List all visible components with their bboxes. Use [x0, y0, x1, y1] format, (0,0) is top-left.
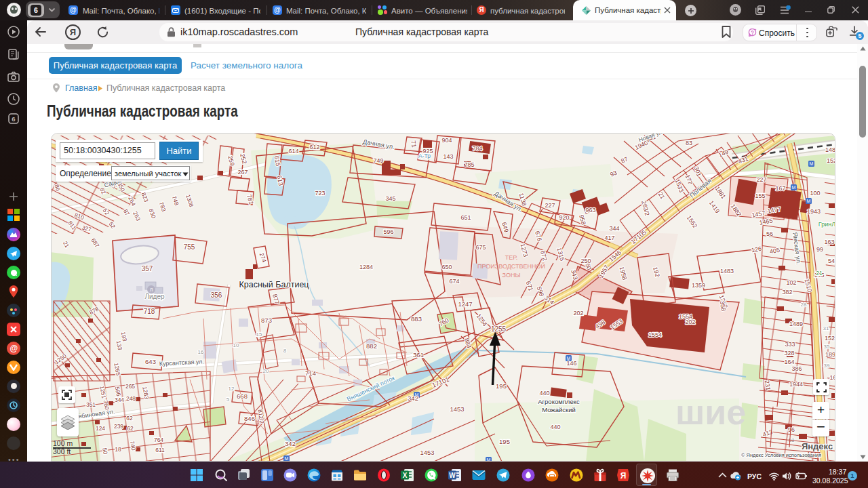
svg-text:764: 764 — [154, 436, 163, 443]
svg-text:1483: 1483 — [720, 268, 734, 274]
svg-text:1247: 1247 — [458, 300, 472, 308]
svg-text:W: W — [449, 472, 456, 479]
svg-text:361: 361 — [413, 351, 424, 359]
svg-text:83: 83 — [686, 140, 692, 146]
svg-text:351: 351 — [86, 401, 96, 408]
svg-text:6: 6 — [12, 115, 15, 123]
svg-text:1359: 1359 — [692, 282, 705, 289]
svg-text:102: 102 — [786, 279, 796, 286]
svg-text:1898: 1898 — [825, 351, 835, 358]
svg-text:440: 440 — [550, 424, 560, 430]
svg-text:668: 668 — [237, 392, 248, 400]
svg-text:164: 164 — [784, 359, 794, 365]
svg-text:50: 50 — [101, 447, 109, 455]
svg-text:Л: Л — [150, 287, 153, 292]
svg-text:5: 5 — [226, 396, 230, 403]
svg-text:Лидер: Лидер — [144, 293, 165, 300]
svg-text:611: 611 — [155, 447, 165, 453]
svg-text:1554: 1554 — [648, 331, 662, 338]
svg-text:15: 15 — [256, 331, 262, 338]
svg-text:345: 345 — [385, 195, 395, 202]
svg-text:96: 96 — [788, 426, 795, 433]
svg-text:100: 100 — [810, 190, 820, 197]
svg-text:265: 265 — [125, 383, 135, 390]
svg-text:356: 356 — [211, 291, 222, 299]
svg-text:614: 614 — [288, 148, 298, 155]
svg-text:M: M — [285, 456, 289, 461]
svg-text:227: 227 — [545, 202, 555, 209]
svg-text:1453: 1453 — [420, 449, 434, 456]
svg-text:651: 651 — [460, 214, 471, 221]
svg-text:714: 714 — [305, 369, 316, 377]
svg-text:1944: 1944 — [789, 381, 803, 388]
svg-text:62: 62 — [126, 415, 133, 422]
svg-text:99: 99 — [816, 246, 823, 253]
svg-text:846: 846 — [244, 415, 255, 422]
svg-text:596: 596 — [383, 228, 393, 235]
svg-text:674: 674 — [449, 278, 459, 285]
svg-text:143: 143 — [443, 153, 453, 160]
svg-text:124: 124 — [96, 425, 105, 432]
svg-text:239: 239 — [114, 423, 123, 430]
svg-text:M: M — [810, 161, 814, 166]
svg-text:28: 28 — [801, 302, 807, 308]
svg-text:873: 873 — [261, 317, 272, 324]
svg-text:250: 250 — [580, 258, 591, 264]
svg-text:333: 333 — [785, 341, 795, 348]
svg-text:1284: 1284 — [359, 264, 373, 270]
svg-text:54: 54 — [828, 258, 835, 264]
svg-text:417: 417 — [604, 235, 614, 241]
svg-text:382: 382 — [782, 289, 792, 296]
svg-text:344: 344 — [115, 396, 124, 403]
svg-text:749: 749 — [373, 157, 383, 164]
svg-text:71: 71 — [410, 140, 418, 148]
svg-text:© Яндекс Условия использовани: © Яндекс Условия использования — [741, 452, 821, 458]
svg-text:1489: 1489 — [789, 321, 803, 327]
svg-text:1943: 1943 — [807, 208, 821, 215]
svg-text:31: 31 — [823, 325, 829, 331]
svg-text:1255: 1255 — [491, 325, 507, 333]
svg-text:62: 62 — [127, 425, 134, 432]
svg-text:357: 357 — [142, 265, 153, 272]
svg-text:963: 963 — [585, 207, 595, 214]
svg-text:723: 723 — [315, 190, 325, 197]
svg-text:612: 612 — [309, 144, 319, 150]
svg-text:ТЕР.: ТЕР. — [505, 254, 517, 261]
svg-text:227: 227 — [756, 176, 766, 183]
svg-text:56: 56 — [766, 230, 773, 237]
svg-text:21: 21 — [816, 270, 823, 277]
svg-text:39: 39 — [824, 363, 830, 369]
svg-text:904: 904 — [441, 137, 452, 144]
svg-text:35: 35 — [824, 344, 830, 350]
svg-text:718: 718 — [144, 308, 155, 315]
svg-text:1523: 1523 — [827, 157, 835, 164]
svg-text:1453: 1453 — [450, 405, 464, 413]
svg-text:Можайский: Можайский — [542, 406, 576, 413]
svg-text:784: 784 — [472, 145, 482, 152]
svg-text:882: 882 — [366, 342, 377, 350]
svg-text:А-Тр: А-Тр — [418, 152, 431, 159]
svg-text:146: 146 — [566, 360, 576, 367]
svg-text:328: 328 — [784, 350, 794, 357]
svg-text:ЗОНЫ: ЗОНЫ — [502, 272, 521, 279]
svg-text:920: 920 — [559, 214, 569, 221]
svg-text:386: 386 — [791, 365, 802, 372]
svg-text:ПРОИЗВОДСТВЕННОЙ: ПРОИЗВОДСТВЕННОЙ — [477, 262, 545, 270]
svg-text:M: M — [792, 185, 796, 190]
svg-text:Я: Я — [620, 471, 627, 481]
svg-text:160: 160 — [829, 374, 835, 381]
svg-text:155: 155 — [755, 192, 765, 199]
svg-text:342: 342 — [408, 394, 418, 402]
svg-text:20: 20 — [263, 368, 269, 374]
svg-text:344: 344 — [609, 225, 619, 232]
svg-text:755: 755 — [184, 243, 195, 251]
svg-text:195: 195 — [496, 382, 507, 390]
svg-text:883: 883 — [411, 315, 422, 323]
svg-text:440: 440 — [539, 390, 549, 396]
svg-text:16: 16 — [198, 349, 204, 355]
svg-text:ГринЛа: ГринЛа — [818, 221, 835, 228]
svg-text:202: 202 — [573, 310, 583, 317]
svg-text:X: X — [403, 472, 408, 479]
svg-text:267: 267 — [237, 169, 248, 176]
svg-text:1523: 1523 — [825, 335, 835, 342]
